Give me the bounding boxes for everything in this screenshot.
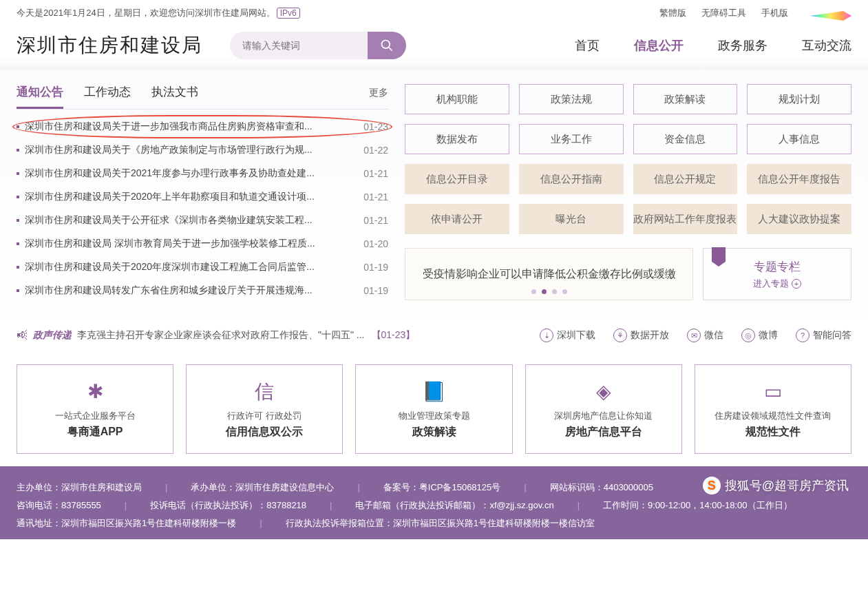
news-date: 01-21 (363, 191, 388, 202)
grid-button[interactable]: 人事信息 (747, 124, 851, 154)
news-more[interactable]: 更多 (369, 87, 388, 99)
news-title: 深圳市住房和建设局转发广东省住房和城乡建设厅关于开展违规海... (25, 284, 355, 297)
policy-text[interactable]: 李克强主持召开专家企业家座谈会征求对政府工作报告、"十四五" ... (77, 329, 365, 342)
label: 深圳下载 (557, 329, 595, 342)
news-item[interactable]: 深圳市住房和建设局关于进一步加强我市商品住房购房资格审查和...01-23 (17, 115, 388, 138)
banner-carousel[interactable]: 受疫情影响企业可以申请降低公积金缴存比例或缓缴 (405, 248, 693, 300)
sohu-icon: S (703, 477, 721, 494)
divider: | (357, 479, 359, 497)
service-card[interactable]: ◈深圳房地产信息让你知道房地产信息平台 (525, 364, 682, 454)
nav-interact[interactable]: 互动交流 (802, 37, 851, 54)
nav-service[interactable]: 政务服务 (718, 37, 768, 54)
card-title: 政策解读 (412, 425, 456, 439)
service-card[interactable]: 📘物业管理政策专题政策解读 (355, 364, 512, 454)
news-date: 01-23 (363, 121, 388, 132)
card-title: 粤商通APP (67, 425, 123, 439)
nav-home[interactable]: 首页 (575, 37, 600, 54)
tab-enforce[interactable]: 执法文书 (151, 84, 198, 107)
grid-button[interactable]: 资金信息 (633, 124, 738, 154)
grid-button[interactable]: 信息公开目录 (405, 164, 509, 194)
nav-info[interactable]: 信息公开 (634, 37, 684, 54)
grid-button[interactable]: 数据发布 (405, 124, 509, 154)
dot-icon (17, 266, 19, 269)
grid-button[interactable]: 信息公开年度报告 (747, 164, 851, 194)
grid-button[interactable]: 政府网站工作年度报表 (633, 204, 738, 234)
dot[interactable] (562, 289, 567, 294)
policy-bar: 🕬 政声传递 李克强主持召开专家企业家座谈会征求对政府工作报告、"十四五" ..… (0, 319, 868, 352)
footer: 主办单位：深圳市住房和建设局|承办单位：深圳市住房建设信息中心|备案号：粤ICP… (0, 466, 868, 539)
news-title: 深圳市住房和建设局关于2020年上半年勘察项目和轨道交通设计项... (25, 191, 355, 203)
dot[interactable] (531, 289, 536, 294)
top-bar: 今天是2021年1月24日，星期日，欢迎您访问深圳市住建局网站。 IPv6 繁體… (0, 0, 868, 26)
main-nav: 首页 信息公开 政务服务 互动交流 (575, 37, 851, 54)
topic-enter[interactable]: 进入专题 + (753, 278, 801, 290)
grid-button[interactable]: 曝光台 (519, 204, 624, 234)
news-item[interactable]: 深圳市住房和建设局关于2020年上半年勘察项目和轨道交通设计项...01-21 (17, 185, 388, 209)
link-weibo[interactable]: ◎微博 (741, 329, 778, 342)
link-mobile[interactable]: 手机版 (761, 7, 788, 19)
grid-button[interactable]: 业务工作 (519, 124, 624, 154)
link-data[interactable]: ⚘数据开放 (613, 329, 669, 342)
svg-point-0 (382, 41, 390, 49)
tab-notice[interactable]: 通知公告 (17, 84, 63, 109)
policy-date: 【01-23】 (372, 329, 416, 342)
ipv6-badge[interactable]: IPv6 (277, 8, 300, 19)
service-cards: ✱一站式企业服务平台粤商通APP信行政许可 行政处罚信用信息双公示📘物业管理政策… (0, 352, 868, 466)
footer-seg: 工作时间：9:00-12:00，14:00-18:00（工作日） (603, 497, 792, 514)
news-item[interactable]: 深圳市住房和建设局关于2021年度参与办理行政事务及协助查处建...01-21 (17, 162, 388, 185)
dot[interactable] (552, 289, 557, 294)
dot-active[interactable] (542, 289, 547, 294)
card-subtitle: 住房建设领域规范性文件查询 (714, 410, 831, 422)
divider: | (165, 479, 167, 497)
topic-enter-label: 进入专题 (753, 278, 789, 290)
shenzhen-logo (803, 6, 851, 21)
dot-icon (17, 289, 19, 292)
link-accessibility[interactable]: 无障碍工具 (701, 7, 746, 19)
grid-button[interactable]: 信息公开规定 (633, 164, 738, 194)
weibo-icon: ◎ (741, 329, 755, 342)
news-date: 01-22 (363, 145, 388, 156)
grid-button[interactable]: 政策解读 (633, 84, 738, 114)
svg-line-1 (389, 48, 392, 51)
link-wechat[interactable]: ✉微信 (687, 329, 723, 342)
search-icon (380, 39, 394, 52)
service-card[interactable]: ▭住房建设领域规范性文件查询规范性文件 (695, 364, 851, 454)
link-download[interactable]: ⇣深圳下载 (540, 329, 595, 342)
grid-button[interactable]: 规划计划 (747, 84, 851, 114)
news-item[interactable]: 深圳市住房和建设局关于公开征求《深圳市各类物业建筑安装工程...01-21 (17, 209, 388, 232)
grid-button[interactable]: 机构职能 (405, 84, 509, 114)
grid-row-3: 信息公开目录信息公开指南信息公开规定信息公开年度报告 (405, 164, 851, 194)
search-input[interactable] (230, 32, 368, 59)
news-title: 深圳市住房和建设局 深圳市教育局关于进一步加强学校装修工程质... (25, 238, 355, 250)
news-list: 深圳市住房和建设局关于进一步加强我市商品住房购房资格审查和...01-23深圳市… (17, 115, 388, 302)
footer-seg: 咨询电话：83785555 (17, 497, 101, 514)
dot-icon (17, 242, 19, 245)
dot-icon (17, 219, 19, 222)
watermark-text: 搜狐号@超哥房产资讯 (725, 473, 849, 498)
topbar-links: 繁體版 无障碍工具 手机版 (659, 6, 851, 21)
tab-updates[interactable]: 工作动态 (84, 84, 131, 107)
news-item[interactable]: 深圳市住房和建设局关于2020年度深圳市建设工程施工合同后监管...01-19 (17, 256, 388, 279)
news-item[interactable]: 深圳市住房和建设局 深圳市教育局关于进一步加强学校装修工程质...01-20 (17, 232, 388, 256)
search-button[interactable] (368, 32, 406, 59)
news-item[interactable]: 深圳市住房和建设局关于《房地产政策制定与市场管理行政行为规...01-22 (17, 138, 388, 162)
link-qa[interactable]: ?智能问答 (796, 329, 851, 342)
grid-button[interactable]: 人大建议政协提案 (747, 204, 851, 234)
news-item[interactable]: 深圳市住房和建设局转发广东省住房和城乡建设厅关于开展违规海...01-19 (17, 279, 388, 302)
topic-card[interactable]: 专题专栏 进入专题 + (703, 248, 851, 300)
news-title: 深圳市住房和建设局关于2021年度参与办理行政事务及协助查处建... (25, 167, 355, 180)
divider: | (578, 497, 580, 514)
grid-button[interactable]: 信息公开指南 (519, 164, 624, 194)
service-card[interactable]: 信行政许可 行政处罚信用信息双公示 (186, 364, 343, 454)
service-card[interactable]: ✱一站式企业服务平台粤商通APP (17, 364, 173, 454)
search-box (230, 32, 406, 59)
grid-button[interactable]: 政策法规 (519, 84, 624, 114)
grid-row-4: 依申请公开曝光台政府网站工作年度报表人大建议政协提案 (405, 204, 851, 234)
card-icon: 📘 (422, 379, 447, 404)
news-title: 深圳市住房和建设局关于《房地产政策制定与市场管理行政行为规... (25, 144, 355, 156)
card-subtitle: 一站式企业服务平台 (55, 410, 136, 422)
grid-button[interactable]: 依申请公开 (405, 204, 509, 234)
link-traditional[interactable]: 繁體版 (659, 7, 686, 19)
grid-row-1: 机构职能政策法规政策解读规划计划 (405, 84, 851, 114)
news-title: 深圳市住房和建设局关于进一步加强我市商品住房购房资格审查和... (25, 121, 355, 133)
